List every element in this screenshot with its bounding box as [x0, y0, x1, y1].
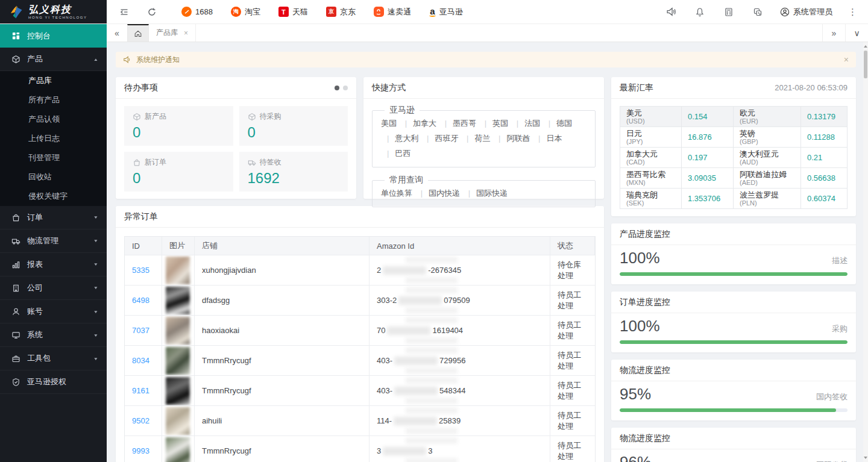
- sidebar-subitem[interactable]: 侵权关键字: [0, 187, 107, 206]
- amazon-id-redacted: [383, 447, 426, 455]
- order-id-link[interactable]: 9161: [125, 376, 162, 405]
- user-menu[interactable]: 系统管理员: [780, 7, 832, 17]
- tabs-menu-chevron-icon[interactable]: ∨: [845, 24, 868, 42]
- sidebar-subitem[interactable]: 回收站: [0, 167, 107, 187]
- sidebar-group-product[interactable]: 产品 ▲: [0, 48, 107, 71]
- link-taobao[interactable]: 淘 淘宝: [231, 7, 260, 17]
- sidebar-group-toolkit[interactable]: 工具包 ▼: [0, 347, 107, 370]
- progress-card-title: 物流进度监控: [620, 433, 670, 444]
- shortcut-link[interactable]: 英国: [479, 119, 508, 128]
- shortcut-link[interactable]: 德国: [542, 119, 572, 128]
- shortcut-link[interactable]: 墨西哥: [439, 119, 476, 128]
- sidebar-subitem[interactable]: 所有产品: [0, 90, 107, 110]
- orders-column-header: 店铺: [195, 237, 370, 255]
- scrollbar-up-arrow[interactable]: [863, 43, 868, 49]
- tab-bar-right-controls: » ∨: [822, 24, 868, 42]
- shortcut-link[interactable]: 国内快递: [415, 189, 460, 198]
- rate-currency-cell: 加拿大元 (CAD): [620, 148, 682, 168]
- carousel-dot[interactable]: [343, 86, 348, 90]
- sidebar-subitem[interactable]: 上传日志: [0, 129, 107, 148]
- order-amazon-id: 3 3: [370, 436, 550, 462]
- table-row: 7037 haoxiaokai 70 1619404: [125, 315, 595, 345]
- scrollbar-down-arrow[interactable]: [863, 455, 868, 461]
- tabs-scroll-right-icon[interactable]: »: [822, 24, 845, 42]
- sidebar-subitem[interactable]: 刊登管理: [0, 148, 107, 167]
- link-amazon[interactable]: a 亚马逊: [429, 7, 463, 17]
- exchange-rates-title: 最新汇率: [620, 83, 653, 93]
- collapse-sidebar-icon[interactable]: [118, 5, 131, 19]
- blurred-product-image[interactable]: [166, 257, 190, 284]
- more-kebab-icon[interactable]: ⋮: [848, 7, 857, 17]
- blurred-product-image[interactable]: [166, 317, 190, 345]
- vertical-scrollbar[interactable]: [863, 42, 868, 462]
- link-tmall[interactable]: T 天猫: [278, 7, 308, 17]
- todo-tile-to-sign[interactable]: 待签收 1692: [239, 152, 348, 192]
- link-tmall-label: 天猫: [292, 7, 308, 17]
- shortcut-link[interactable]: 意大利: [381, 134, 418, 143]
- rate-value-cell: 0.56638: [801, 168, 848, 189]
- sidebar-item-console[interactable]: 控制台: [0, 24, 107, 48]
- scrollbar-thumb[interactable]: [864, 51, 867, 78]
- shortcut-link[interactable]: 西班牙: [421, 134, 458, 143]
- sidebar-item-amazon-auth[interactable]: 亚马逊授权: [0, 370, 107, 394]
- table-row: 9502 aihuili 114- 25839: [125, 405, 595, 435]
- todo-tile-to-purchase[interactable]: 待采购 0: [239, 106, 348, 146]
- blurred-product-image[interactable]: [166, 287, 190, 314]
- rate-currency-code: (USD): [626, 117, 675, 125]
- blurred-product-image[interactable]: [166, 347, 190, 375]
- sidebar-group-logistics[interactable]: 物流管理 ▼: [0, 229, 107, 253]
- blurred-product-image[interactable]: [166, 437, 190, 462]
- notification-bell-icon[interactable]: [693, 5, 706, 19]
- rate-currency-name: 英镑: [740, 129, 794, 138]
- order-id-link[interactable]: 8034: [125, 346, 162, 375]
- sidebar-group-company[interactable]: 公司 ▼: [0, 276, 107, 300]
- tabs-scroll-left-icon[interactable]: «: [107, 24, 127, 42]
- shortcut-link[interactable]: 美国: [381, 119, 397, 128]
- rate-currency-cell: 日元 (JPY): [620, 127, 682, 148]
- shortcut-link[interactable]: 法国: [511, 119, 540, 128]
- blurred-product-image[interactable]: [166, 407, 190, 435]
- tab-home[interactable]: [127, 24, 149, 42]
- shortcut-link[interactable]: 巴西: [381, 149, 410, 158]
- tab-product-library[interactable]: 产品库 ×: [149, 24, 196, 42]
- todo-tile-new-products[interactable]: 新产品 0: [124, 106, 233, 146]
- announcement-speaker-icon[interactable]: [664, 5, 678, 19]
- shortcut-link[interactable]: 日本: [532, 134, 562, 143]
- theme-skin-icon[interactable]: [751, 5, 764, 19]
- rate-value-cell: 0.13179: [801, 107, 848, 127]
- rate-currency-cell: 欧元 (EUR): [734, 107, 801, 127]
- link-1688[interactable]: 1688: [181, 7, 213, 17]
- shortcut-link[interactable]: 阿联酋: [492, 134, 530, 143]
- sidebar-subitem[interactable]: 产品认领: [0, 110, 107, 129]
- order-id-link[interactable]: 6498: [125, 286, 162, 315]
- shortcut-link[interactable]: 加拿大: [399, 119, 436, 128]
- link-jd[interactable]: 京 京东: [326, 7, 356, 17]
- order-shop: aihuili: [195, 406, 370, 435]
- blurred-product-image[interactable]: [166, 377, 190, 405]
- rate-currency-code: (AUD): [740, 158, 794, 166]
- shortcut-link[interactable]: 单位换算: [381, 189, 412, 198]
- progress-card: 订单进度监控 100% 采购: [611, 292, 856, 352]
- alert-close-icon[interactable]: ×: [844, 55, 849, 64]
- table-row: 5335 xuhongjiajvdian 2 -2676345: [125, 255, 595, 285]
- sidebar-subitem[interactable]: 产品库: [0, 71, 107, 90]
- shortcut-link[interactable]: 国际快递: [462, 189, 508, 198]
- order-id-link[interactable]: 9502: [125, 406, 162, 435]
- tab-close-icon[interactable]: ×: [184, 29, 188, 37]
- link-taobao-label: 淘宝: [245, 7, 260, 17]
- sidebar-group-reports[interactable]: 报表 ▼: [0, 253, 107, 276]
- rate-currency-code: (MXN): [626, 179, 675, 186]
- refresh-icon[interactable]: [145, 5, 159, 19]
- calculator-icon[interactable]: [722, 5, 735, 19]
- carousel-dot-active[interactable]: [335, 86, 339, 90]
- todo-tile-new-orders[interactable]: 新订单 0: [124, 152, 233, 192]
- link-aliexpress[interactable]: 速卖通: [374, 7, 411, 17]
- amazon-id-suffix: 079509: [444, 296, 470, 305]
- order-id-link[interactable]: 7037: [125, 316, 162, 345]
- order-id-link[interactable]: 9993: [125, 436, 162, 462]
- shortcut-link[interactable]: 荷兰: [461, 134, 490, 143]
- sidebar-group-system[interactable]: 系统 ▼: [0, 323, 107, 347]
- order-id-link[interactable]: 5335: [125, 255, 162, 285]
- sidebar-group-orders[interactable]: 订单 ▼: [0, 206, 107, 229]
- sidebar-group-account[interactable]: 账号 ▼: [0, 300, 107, 323]
